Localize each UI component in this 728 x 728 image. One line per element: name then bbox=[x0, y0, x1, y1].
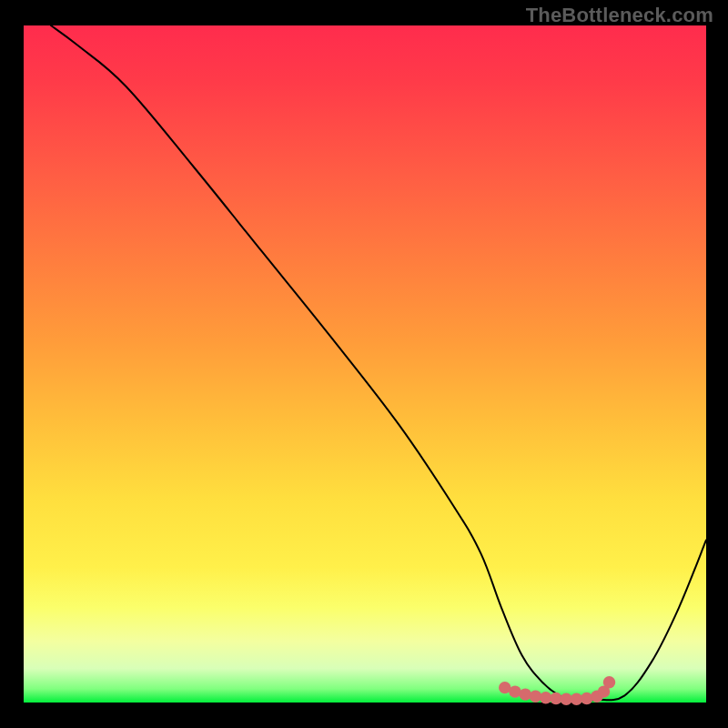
flat-region-dots bbox=[499, 676, 615, 705]
chart-frame: TheBottleneck.com bbox=[0, 0, 728, 728]
chart-svg bbox=[24, 25, 706, 703]
marker-dot bbox=[520, 688, 532, 700]
marker-dot bbox=[581, 693, 593, 704]
bottleneck-curve bbox=[51, 25, 706, 701]
plot-container bbox=[24, 25, 706, 703]
watermark-text: TheBottleneck.com bbox=[526, 4, 713, 27]
marker-dot bbox=[603, 676, 616, 688]
